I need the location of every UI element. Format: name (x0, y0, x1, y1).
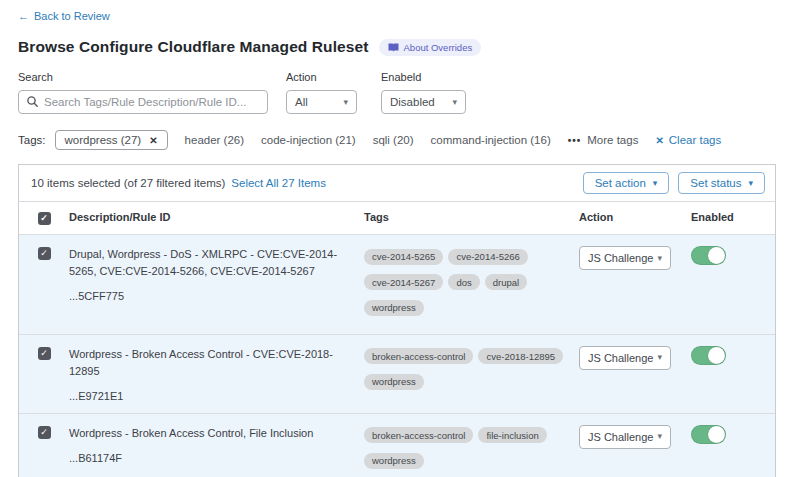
search-input[interactable] (44, 96, 259, 108)
tag-option[interactable]: header (26) (185, 134, 244, 146)
filters: Search Action All ▾ Enabeld Disabled ▾ (18, 71, 776, 114)
action-filter: Action All ▾ (286, 71, 357, 114)
column-header-tags: Tags (364, 211, 579, 225)
enabled-toggle[interactable] (691, 425, 726, 444)
selected-tag-label: wordpress (27) (65, 134, 142, 146)
enabled-select[interactable]: Disabled ▾ (381, 90, 466, 114)
table-header: ✓ Description/Rule ID Tags Action Enable… (19, 201, 775, 234)
enabled-toggle[interactable] (691, 346, 726, 365)
search-icon (27, 93, 44, 111)
rule-description: Wordpress - Broken Access Control, File … (69, 425, 346, 442)
table-body: ✓Drupal, Wordpress - DoS - XMLRPC - CVE:… (19, 234, 775, 477)
rule-description-cell: Wordpress - Broken Access Control - CVE:… (69, 346, 364, 402)
clear-tags-icon: ✕ (655, 135, 663, 146)
selection-summary: 10 items selected (of 27 filtered items) (31, 177, 225, 189)
row-select-cell: ✓ (19, 425, 69, 476)
selected-tag-chip[interactable]: wordpress (27) ✕ (55, 130, 168, 150)
action-dropdown-value: JS Challenge (588, 431, 653, 443)
chevron-down-icon: ▾ (657, 432, 662, 441)
set-action-button[interactable]: Set action ▾ (583, 172, 670, 194)
remove-tag-icon[interactable]: ✕ (149, 135, 157, 146)
column-header-action: Action (579, 211, 691, 225)
clear-tags-button[interactable]: ✕ Clear tags (655, 134, 721, 146)
row-checkbox[interactable]: ✓ (38, 347, 51, 360)
set-status-button[interactable]: Set status ▾ (678, 172, 765, 194)
rule-description-cell: Drupal, Wordpress - DoS - XMLRPC - CVE:C… (69, 246, 364, 323)
rule-enabled-cell (691, 425, 775, 476)
rule-description-cell: Wordpress - Broken Access Control, File … (69, 425, 364, 476)
chevron-down-icon: ▾ (452, 98, 457, 107)
search-label: Search (18, 71, 268, 83)
selection-bar: 10 items selected (of 27 filtered items)… (19, 165, 775, 201)
row-checkbox[interactable]: ✓ (38, 426, 51, 439)
rule-enabled-cell (691, 246, 775, 323)
action-select[interactable]: All ▾ (286, 90, 357, 114)
select-all-cell: ✓ (19, 211, 69, 225)
check-icon: ✓ (40, 249, 48, 258)
table-row: ✓Wordpress - Broken Access Control - CVE… (19, 334, 775, 413)
tag-pill[interactable]: broken-access-control (364, 427, 473, 443)
rules-table: 10 items selected (of 27 filtered items)… (18, 164, 776, 477)
action-dropdown-value: JS Challenge (588, 252, 653, 264)
title-row: Browse Configure Cloudflare Managed Rule… (18, 38, 776, 56)
rule-enabled-cell (691, 346, 775, 402)
more-tags-button[interactable]: ••• More tags (568, 134, 639, 146)
chevron-down-icon: ▾ (343, 98, 348, 107)
set-status-label: Set status (690, 177, 741, 189)
tag-pill[interactable]: cve-2014-5266 (448, 249, 527, 265)
rule-id: ...B61174F (69, 452, 346, 464)
page: ← Back to Review Browse Configure Cloudf… (0, 0, 794, 477)
tag-pill[interactable]: wordpress (364, 300, 424, 316)
action-dropdown-value: JS Challenge (588, 352, 653, 364)
book-icon (388, 43, 399, 52)
tag-pill[interactable]: cve-2014-5267 (364, 274, 443, 290)
action-label: Action (286, 71, 357, 83)
action-dropdown[interactable]: JS Challenge▾ (579, 425, 671, 449)
tag-option-list: header (26)code-injection (21)sqli (20)c… (168, 134, 551, 146)
about-overrides-badge[interactable]: About Overrides (379, 39, 482, 56)
back-to-review-link[interactable]: ← Back to Review (18, 10, 110, 22)
tag-option[interactable]: command-injection (16) (431, 134, 551, 146)
check-icon: ✓ (40, 214, 48, 223)
enabled-toggle[interactable] (691, 246, 726, 265)
tag-pill[interactable]: wordpress (364, 453, 424, 469)
back-arrow-icon: ← (18, 10, 29, 22)
about-overrides-label: About Overrides (404, 42, 473, 53)
tag-pill[interactable]: dos (448, 274, 479, 290)
tag-pill[interactable]: broken-access-control (364, 348, 473, 364)
enabled-filter: Enabeld Disabled ▾ (381, 71, 466, 114)
column-header-enabled: Enabled (691, 211, 775, 225)
toggle-knob (708, 347, 725, 364)
check-icon: ✓ (40, 349, 48, 358)
rule-action-cell: JS Challenge▾ (579, 346, 691, 402)
more-tags-label: More tags (587, 134, 638, 146)
rule-tags-cell: broken-access-controlcve-2018-12895wordp… (364, 346, 579, 402)
chevron-down-icon: ▾ (657, 254, 662, 263)
chevron-down-icon: ▾ (748, 179, 753, 188)
search-filter: Search (18, 71, 268, 114)
tag-option[interactable]: code-injection (21) (261, 134, 356, 146)
tag-pill[interactable]: cve-2018-12895 (478, 348, 563, 364)
action-dropdown[interactable]: JS Challenge▾ (579, 246, 671, 270)
row-select-cell: ✓ (19, 346, 69, 402)
tag-pill[interactable]: cve-2014-5265 (364, 249, 443, 265)
search-box (18, 90, 268, 114)
rule-id: ...5CFF775 (69, 290, 346, 302)
select-all-checkbox[interactable]: ✓ (38, 212, 51, 225)
tag-pill[interactable]: drupal (485, 274, 527, 290)
action-select-value: All (295, 96, 308, 108)
row-checkbox[interactable]: ✓ (38, 247, 51, 260)
check-icon: ✓ (40, 428, 48, 437)
bulk-action-buttons: Set action ▾ Set status ▾ (583, 172, 765, 194)
tag-pill[interactable]: file-inclusion (478, 427, 546, 443)
action-dropdown[interactable]: JS Challenge▾ (579, 346, 671, 370)
rule-tags-cell: cve-2014-5265cve-2014-5266cve-2014-5267d… (364, 246, 579, 323)
chevron-down-icon: ▾ (653, 179, 658, 188)
select-all-link[interactable]: Select All 27 Items (231, 177, 326, 189)
enabled-label: Enabeld (381, 71, 466, 83)
tag-option[interactable]: sqli (20) (373, 134, 414, 146)
table-row: ✓Wordpress - Broken Access Control, File… (19, 413, 775, 477)
tag-pill[interactable]: wordpress (364, 374, 424, 390)
toggle-knob (708, 247, 725, 264)
column-header-description: Description/Rule ID (69, 211, 364, 225)
